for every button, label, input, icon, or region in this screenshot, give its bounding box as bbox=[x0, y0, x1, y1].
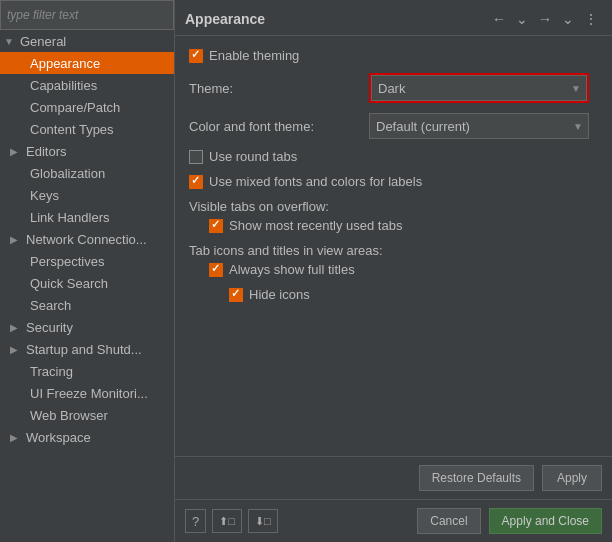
expand-arrow-general: ▼ bbox=[4, 36, 18, 47]
sidebar-item-label-appearance: Appearance bbox=[30, 56, 100, 71]
color-font-label: Color and font theme: bbox=[189, 119, 369, 134]
enable-theming-row: Enable theming bbox=[189, 48, 598, 63]
sidebar-item-compare-patch[interactable]: Compare/Patch bbox=[0, 96, 174, 118]
sidebar-item-label-perspectives: Perspectives bbox=[30, 254, 104, 269]
sidebar-item-label-security: Security bbox=[26, 320, 73, 335]
sidebar-item-search[interactable]: Search bbox=[0, 294, 174, 316]
apply-button[interactable]: Apply bbox=[542, 465, 602, 491]
sidebar-item-web-browser[interactable]: Web Browser bbox=[0, 404, 174, 426]
color-font-select[interactable]: Default (current) Classic High Contrast bbox=[369, 113, 589, 139]
sidebar-item-capabilities[interactable]: Capabilities bbox=[0, 74, 174, 96]
visible-tabs-section: Visible tabs on overflow: bbox=[189, 199, 598, 214]
forward-button[interactable]: → bbox=[534, 9, 556, 29]
theme-dropdown-wrapper: Dark Light Classic System Default ▼ bbox=[369, 73, 589, 103]
sidebar-item-tracing[interactable]: Tracing bbox=[0, 360, 174, 382]
hide-icons-row: Hide icons bbox=[229, 287, 598, 302]
sidebar-item-content-types[interactable]: Content Types bbox=[0, 118, 174, 140]
button-bar-top: Restore Defaults Apply bbox=[175, 456, 612, 499]
sidebar-item-label-globalization: Globalization bbox=[30, 166, 105, 181]
tab-icons-label: Tab icons and titles in view areas: bbox=[189, 243, 383, 258]
enable-theming-checkbox[interactable] bbox=[189, 49, 203, 63]
cancel-button[interactable]: Cancel bbox=[417, 508, 480, 534]
sidebar-item-label-content-types: Content Types bbox=[30, 122, 114, 137]
tab-icons-section: Tab icons and titles in view areas: bbox=[189, 243, 598, 258]
mixed-fonts-label[interactable]: Use mixed fonts and colors for labels bbox=[189, 174, 422, 189]
bottom-bar: ? ⬆□ ⬇□ Cancel Apply and Close bbox=[175, 499, 612, 542]
expand-arrow-security: ▶ bbox=[10, 322, 24, 333]
expand-arrow-network: ▶ bbox=[10, 234, 24, 245]
show-recent-label[interactable]: Show most recently used tabs bbox=[209, 218, 402, 233]
sidebar-item-label-editors: Editors bbox=[26, 144, 66, 159]
round-tabs-checkbox[interactable] bbox=[189, 150, 203, 164]
sidebar-item-workspace[interactable]: ▶ Workspace bbox=[0, 426, 174, 448]
content-area: Appearance ← ⌄ → ⌄ ⋮ Enable theming Them… bbox=[175, 0, 612, 542]
sidebar-item-network[interactable]: ▶ Network Connectio... bbox=[0, 228, 174, 250]
sidebar-item-general[interactable]: ▼ General bbox=[0, 30, 174, 52]
apply-close-button[interactable]: Apply and Close bbox=[489, 508, 602, 534]
sidebar-item-label-general: General bbox=[20, 34, 66, 49]
visible-tabs-label: Visible tabs on overflow: bbox=[189, 199, 329, 214]
sidebar-item-label-startup: Startup and Shutd... bbox=[26, 342, 142, 357]
expand-arrow-startup: ▶ bbox=[10, 344, 24, 355]
menu-button[interactable]: ⋮ bbox=[580, 9, 602, 29]
enable-theming-label[interactable]: Enable theming bbox=[189, 48, 299, 63]
export-button[interactable]: ⬆□ bbox=[212, 509, 242, 533]
sidebar-item-link-handlers[interactable]: Link Handlers bbox=[0, 206, 174, 228]
restore-defaults-button[interactable]: Restore Defaults bbox=[419, 465, 534, 491]
mixed-fonts-checkbox[interactable] bbox=[189, 175, 203, 189]
sidebar-item-label-compare-patch: Compare/Patch bbox=[30, 100, 120, 115]
sidebar-item-label-keys: Keys bbox=[30, 188, 59, 203]
sidebar-item-startup[interactable]: ▶ Startup and Shutd... bbox=[0, 338, 174, 360]
round-tabs-row: Use round tabs bbox=[189, 149, 598, 164]
hide-icons-label[interactable]: Hide icons bbox=[229, 287, 310, 302]
color-font-dropdown-wrapper: Default (current) Classic High Contrast … bbox=[369, 113, 589, 139]
theme-row: Theme: Dark Light Classic System Default… bbox=[189, 73, 598, 103]
page-title: Appearance bbox=[185, 11, 265, 27]
sidebar-item-quick-search[interactable]: Quick Search bbox=[0, 272, 174, 294]
theme-label: Theme: bbox=[189, 81, 369, 96]
round-tabs-label[interactable]: Use round tabs bbox=[189, 149, 297, 164]
sidebar-item-label-network: Network Connectio... bbox=[26, 232, 147, 247]
hide-icons-checkbox[interactable] bbox=[229, 288, 243, 302]
back-button[interactable]: ← bbox=[488, 9, 510, 29]
filter-input[interactable] bbox=[0, 0, 174, 30]
expand-button[interactable]: ⌄ bbox=[558, 9, 578, 29]
always-show-titles-row: Always show full titles bbox=[209, 262, 598, 277]
sidebar-tree: ▼ General Appearance Capabilities Compar… bbox=[0, 30, 174, 542]
content-header: Appearance ← ⌄ → ⌄ ⋮ bbox=[175, 0, 612, 36]
always-show-titles-label[interactable]: Always show full titles bbox=[209, 262, 355, 277]
color-font-row: Color and font theme: Default (current) … bbox=[189, 113, 598, 139]
help-button[interactable]: ? bbox=[185, 509, 206, 533]
sidebar-item-appearance[interactable]: Appearance bbox=[0, 52, 174, 74]
sidebar-item-ui-freeze[interactable]: UI Freeze Monitori... bbox=[0, 382, 174, 404]
sidebar-item-editors[interactable]: ▶ Editors bbox=[0, 140, 174, 162]
theme-select[interactable]: Dark Light Classic System Default bbox=[371, 75, 587, 101]
bottom-right-buttons: Cancel Apply and Close bbox=[417, 508, 602, 534]
sidebar: ▼ General Appearance Capabilities Compar… bbox=[0, 0, 175, 542]
sidebar-item-label-quick-search: Quick Search bbox=[30, 276, 108, 291]
sidebar-item-label-tracing: Tracing bbox=[30, 364, 73, 379]
sidebar-item-label-web-browser: Web Browser bbox=[30, 408, 108, 423]
sidebar-item-label-ui-freeze: UI Freeze Monitori... bbox=[30, 386, 148, 401]
always-show-titles-checkbox[interactable] bbox=[209, 263, 223, 277]
sidebar-item-security[interactable]: ▶ Security bbox=[0, 316, 174, 338]
show-recent-checkbox[interactable] bbox=[209, 219, 223, 233]
header-actions: ← ⌄ → ⌄ ⋮ bbox=[488, 9, 602, 29]
bottom-left-icons: ? ⬆□ ⬇□ bbox=[185, 509, 278, 533]
dropdown-button[interactable]: ⌄ bbox=[512, 9, 532, 29]
expand-arrow-editors: ▶ bbox=[10, 146, 24, 157]
show-recent-row: Show most recently used tabs bbox=[209, 218, 598, 233]
content-body: Enable theming Theme: Dark Light Classic… bbox=[175, 36, 612, 456]
sidebar-item-label-workspace: Workspace bbox=[26, 430, 91, 445]
import-button[interactable]: ⬇□ bbox=[248, 509, 278, 533]
sidebar-item-perspectives[interactable]: Perspectives bbox=[0, 250, 174, 272]
sidebar-item-keys[interactable]: Keys bbox=[0, 184, 174, 206]
sidebar-item-globalization[interactable]: Globalization bbox=[0, 162, 174, 184]
mixed-fonts-row: Use mixed fonts and colors for labels bbox=[189, 174, 598, 189]
sidebar-item-label-search: Search bbox=[30, 298, 71, 313]
sidebar-item-label-link-handlers: Link Handlers bbox=[30, 210, 110, 225]
expand-arrow-workspace: ▶ bbox=[10, 432, 24, 443]
sidebar-item-label-capabilities: Capabilities bbox=[30, 78, 97, 93]
